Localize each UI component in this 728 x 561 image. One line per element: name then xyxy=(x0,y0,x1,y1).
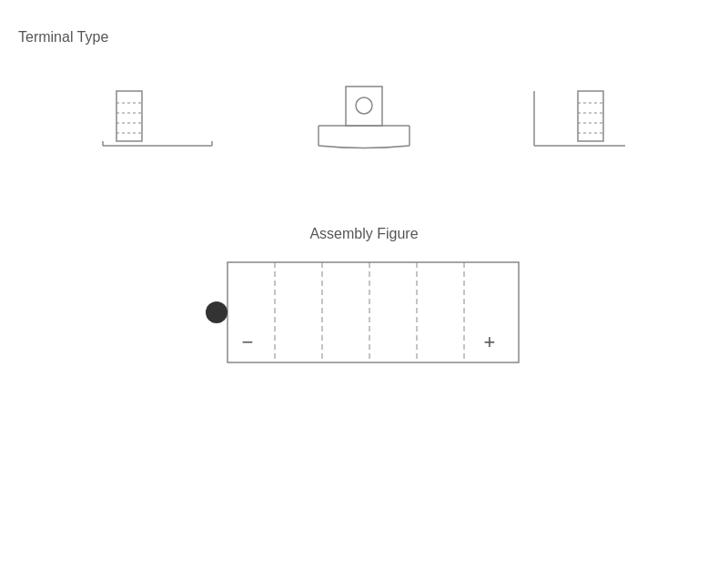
terminal-type-label: Terminal Type xyxy=(18,29,108,46)
svg-rect-3 xyxy=(116,91,142,141)
svg-text:−: − xyxy=(242,331,254,353)
terminal-diagrams xyxy=(0,64,728,164)
terminal-3 xyxy=(507,64,634,164)
svg-rect-15 xyxy=(578,91,603,141)
svg-text:+: + xyxy=(484,331,496,353)
svg-rect-11 xyxy=(346,87,382,126)
assembly-figure-label: Assembly Figure xyxy=(0,226,728,242)
page-container: Terminal Type xyxy=(0,0,728,561)
svg-rect-20 xyxy=(228,262,519,362)
terminal-2 xyxy=(300,64,428,164)
svg-point-12 xyxy=(356,97,372,114)
terminal-1 xyxy=(94,64,221,164)
assembly-figure: − + xyxy=(200,253,528,375)
svg-point-21 xyxy=(206,301,228,323)
